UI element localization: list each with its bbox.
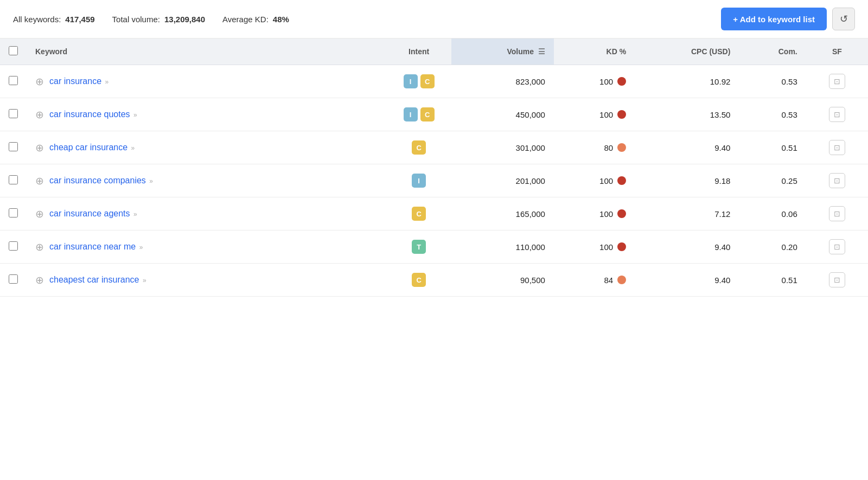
chevrons-icon: » xyxy=(133,111,137,119)
cpc-cell: 9.40 xyxy=(635,231,739,264)
com-cell: 0.53 xyxy=(739,98,806,131)
sf-cell: ⊡ xyxy=(806,65,868,98)
refresh-button[interactable]: ↺ xyxy=(832,8,855,30)
kd-cell: 100 xyxy=(554,231,635,264)
add-to-keyword-list-button[interactable]: + Add to keyword list xyxy=(721,8,827,30)
row-checkbox-cell xyxy=(0,264,27,297)
add-keyword-icon[interactable]: ⊕ xyxy=(35,108,44,121)
keyword-link[interactable]: car insurance companies » xyxy=(49,176,153,185)
total-volume-value: 13,209,840 xyxy=(164,15,205,24)
keyword-link[interactable]: car insurance near me » xyxy=(49,242,143,252)
kd-value: 100 xyxy=(599,242,613,252)
row-checkbox[interactable] xyxy=(9,76,18,85)
sf-icon[interactable]: ⊡ xyxy=(829,239,845,254)
all-keywords-value: 417,459 xyxy=(65,15,94,24)
sf-icon[interactable]: ⊡ xyxy=(829,206,845,221)
com-cell: 0.53 xyxy=(739,65,806,98)
kd-cell: 100 xyxy=(554,197,635,231)
total-volume-stat: Total volume: 13,209,840 xyxy=(112,15,205,24)
volume-cell: 165,000 xyxy=(451,197,554,231)
all-keywords-label: All keywords: xyxy=(13,15,61,24)
intent-badge-I: I xyxy=(404,74,418,88)
intent-badges: T xyxy=(395,240,443,254)
cpc-cell: 9.18 xyxy=(635,164,739,197)
intent-cell: IC xyxy=(386,65,451,98)
keyword-link[interactable]: cheap car insurance » xyxy=(49,143,135,152)
volume-cell: 90,500 xyxy=(451,264,554,297)
keyword-cell: ⊕ car insurance agents » xyxy=(27,197,386,231)
row-checkbox-cell xyxy=(0,164,27,197)
keyword-cell: ⊕ cheap car insurance » xyxy=(27,131,386,164)
add-keyword-icon[interactable]: ⊕ xyxy=(35,241,44,253)
kd-value: 80 xyxy=(604,143,613,152)
intent-badge-C: C xyxy=(412,207,426,221)
intent-badges: C xyxy=(395,140,443,155)
keyword-link[interactable]: cheapest car insurance » xyxy=(49,275,146,285)
add-keyword-icon[interactable]: ⊕ xyxy=(35,142,44,154)
kd-dot xyxy=(617,276,626,284)
sf-icon[interactable]: ⊡ xyxy=(829,107,845,122)
chevrons-icon: » xyxy=(149,177,153,185)
add-keyword-icon[interactable]: ⊕ xyxy=(35,75,44,88)
intent-badge-C: C xyxy=(420,107,435,121)
add-keyword-icon[interactable]: ⊕ xyxy=(35,208,44,220)
kd-dot xyxy=(617,77,626,86)
row-checkbox[interactable] xyxy=(9,208,18,217)
row-checkbox[interactable] xyxy=(9,274,18,284)
col-header-cpc: CPC (USD) xyxy=(635,39,739,65)
volume-cell: 110,000 xyxy=(451,231,554,264)
row-checkbox[interactable] xyxy=(9,241,18,251)
intent-cell: T xyxy=(386,231,451,264)
keyword-cell: ⊕ car insurance companies » xyxy=(27,164,386,197)
cpc-cell: 9.40 xyxy=(635,131,739,164)
row-checkbox-cell xyxy=(0,197,27,231)
volume-sort-icon: ☰ xyxy=(538,47,545,56)
keyword-link[interactable]: car insurance quotes » xyxy=(49,110,137,119)
intent-badge-C: C xyxy=(412,140,426,155)
row-checkbox[interactable] xyxy=(9,109,18,118)
table-row: ⊕ car insurance » IC823,00010010.920.53⊡ xyxy=(0,65,868,98)
keyword-link[interactable]: car insurance » xyxy=(49,76,108,86)
intent-badge-C: C xyxy=(420,74,435,88)
sf-icon[interactable]: ⊡ xyxy=(829,140,845,155)
avg-kd-value: 48% xyxy=(273,15,289,24)
keywords-table: Keyword Intent Volume ☰ KD % CPC (USD) C… xyxy=(0,39,868,297)
avg-kd-label: Average KD: xyxy=(222,15,269,24)
intent-cell: C xyxy=(386,264,451,297)
sf-cell: ⊡ xyxy=(806,197,868,231)
chevrons-icon: » xyxy=(131,144,135,152)
sf-icon[interactable]: ⊡ xyxy=(829,272,845,287)
table-row: ⊕ cheap car insurance » C301,000809.400.… xyxy=(0,131,868,164)
com-cell: 0.06 xyxy=(739,197,806,231)
add-keyword-icon[interactable]: ⊕ xyxy=(35,274,44,286)
select-all-checkbox[interactable] xyxy=(9,46,18,55)
intent-cell: C xyxy=(386,131,451,164)
table-row: ⊕ cheapest car insurance » C90,500849.40… xyxy=(0,264,868,297)
volume-cell: 201,000 xyxy=(451,164,554,197)
col-header-com: Com. xyxy=(739,39,806,65)
chevrons-icon: » xyxy=(133,210,137,218)
row-checkbox-cell xyxy=(0,65,27,98)
col-header-volume[interactable]: Volume ☰ xyxy=(451,39,554,65)
row-checkbox-cell xyxy=(0,131,27,164)
chevrons-icon: » xyxy=(143,277,146,284)
volume-cell: 823,000 xyxy=(451,65,554,98)
keyword-cell: ⊕ car insurance near me » xyxy=(27,231,386,264)
sf-icon[interactable]: ⊡ xyxy=(829,74,845,89)
row-checkbox-cell xyxy=(0,231,27,264)
kd-dot xyxy=(617,176,626,185)
sf-icon[interactable]: ⊡ xyxy=(829,173,845,188)
add-keyword-icon[interactable]: ⊕ xyxy=(35,175,44,187)
com-cell: 0.20 xyxy=(739,231,806,264)
kd-dot xyxy=(617,143,626,152)
cpc-cell: 7.12 xyxy=(635,197,739,231)
keyword-link[interactable]: car insurance agents » xyxy=(49,209,137,219)
col-header-kd: KD % xyxy=(554,39,635,65)
kd-cell: 100 xyxy=(554,65,635,98)
row-checkbox[interactable] xyxy=(9,175,18,184)
col-header-check[interactable] xyxy=(0,39,27,65)
kd-value: 100 xyxy=(599,209,613,219)
row-checkbox[interactable] xyxy=(9,142,18,151)
cpc-cell: 9.40 xyxy=(635,264,739,297)
com-cell: 0.51 xyxy=(739,131,806,164)
